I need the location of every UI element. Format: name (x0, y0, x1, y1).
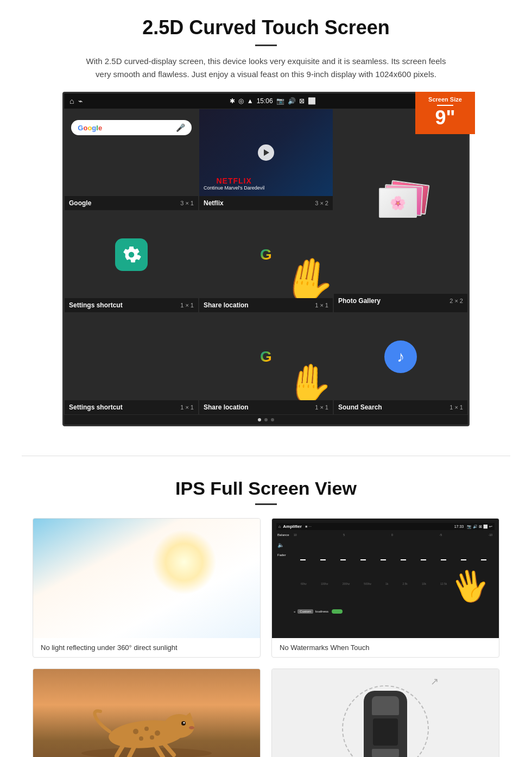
feature-item-car: ↗ Large Viewing Angle (271, 668, 499, 757)
empty-inner-2: G 🤚 (199, 313, 333, 400)
badge-divider (437, 105, 453, 106)
amp-main-content: Balance 🔈 Fader 1050-5-10 (276, 531, 495, 615)
google-cell-inner: Google 🎤 (65, 109, 198, 196)
gallery-app-size: 2 × 2 (449, 298, 463, 304)
section1-description: With 2.5D curved-display screen, this de… (81, 55, 451, 81)
sound-label-bar: Sound Search 1 × 1 (334, 400, 467, 414)
amplifier-visual: ⌂ Amplifier ■ ··· 17:33 📷 🔊 ⊠ ⬜ ↩ Balanc… (272, 519, 499, 638)
netflix-subtitle: Continue Marvel's Daredevil (204, 185, 264, 191)
maps-label-bar: Share location 1 × 1 (199, 298, 333, 312)
section2-title-divider (255, 503, 277, 505)
eq-handle-3 (340, 559, 346, 560)
amp-bottom-controls: « Custom loudness (294, 609, 492, 614)
second-app-row: Settings shortcut 1 × 1 G 🤚 Share locati… (64, 313, 468, 415)
amp-dots: ■ ··· (305, 525, 312, 528)
settings-label-bar: Settings shortcut 1 × 1 (65, 298, 198, 312)
screen-size-badge: Screen Size 9" (415, 92, 475, 134)
svg-point-6 (139, 736, 143, 741)
sun-glow (151, 529, 217, 595)
feature-image-sky (33, 519, 260, 638)
amp-toggle[interactable] (332, 609, 343, 614)
empty-inner-1 (65, 313, 198, 400)
google-app-name: Google (69, 199, 91, 207)
amp-fader-label: Fader (277, 553, 290, 557)
maps-g-letter: G (260, 246, 272, 263)
eq-handle-6 (401, 559, 406, 560)
maps-letter: G (260, 348, 272, 365)
cheetah-svg (71, 696, 223, 757)
dot-1 (258, 418, 261, 421)
sound-app-name: Sound Search (338, 403, 382, 411)
svg-point-5 (155, 730, 160, 736)
car-circle: ↗ (342, 685, 429, 757)
google-logo: Google (78, 124, 102, 132)
amp-custom-btn[interactable]: Custom (297, 609, 313, 614)
car-top-view (364, 691, 407, 757)
dot-3 (271, 418, 274, 421)
netflix-play-button[interactable] (258, 144, 274, 161)
feature-item-sky: No light reflecting under 360° direct su… (33, 518, 261, 658)
amp-title: Amplifier (283, 524, 302, 529)
eq-handle-7 (421, 559, 426, 560)
app-cell-gallery[interactable]: 🌸 Photo Gallery 2 × 2 (333, 109, 468, 313)
home-icon: ⌂ (69, 97, 74, 105)
sound-cell-inner: ♪ (334, 313, 467, 400)
app-cell-settings[interactable]: Settings shortcut 1 × 1 (64, 211, 199, 313)
maps-app-name: Share location (204, 301, 249, 309)
pointing-hand-icon: 🤚 (277, 251, 333, 298)
google-label-bar: Google 3 × 1 (65, 196, 198, 210)
netflix-app-size: 3 × 2 (315, 200, 328, 206)
empty-label-1: Settings shortcut 1 × 1 (65, 400, 198, 414)
photo-stack: 🌸 (379, 180, 422, 223)
arrow-indicator: ↗ (430, 676, 439, 687)
feature-image-cheetah (33, 669, 260, 757)
gallery-cell-inner: 🌸 (334, 109, 467, 294)
photo-card-3: 🌸 (379, 188, 417, 218)
amp-icons: 📷 🔊 ⊠ ⬜ ↩ (467, 525, 492, 529)
wifi-icon: ▲ (247, 97, 254, 105)
device-frame: ⌂ ⌁ ✱ ◎ ▲ 15:06 📷 🔊 ⊠ ⬜ (62, 92, 470, 426)
maps-app-size: 1 × 1 (315, 302, 328, 308)
badge-title: Screen Size (419, 96, 472, 103)
netflix-info: NETFLIX Continue Marvel's Daredevil (204, 176, 264, 191)
app-cell-maps[interactable]: G 🤚 Share location 1 × 1 (199, 211, 333, 313)
music-note-icon: ♪ (397, 348, 404, 365)
section2-title: IPS Full Screen View (33, 478, 499, 499)
svg-point-10 (183, 722, 185, 724)
empty-cell-1: Settings shortcut 1 × 1 (64, 313, 199, 415)
eq-handle-4 (360, 559, 366, 560)
amp-loudness-label: loudness (315, 610, 328, 613)
car-rear (372, 749, 399, 757)
google-search-bar[interactable]: Google 🎤 (71, 120, 191, 135)
feature-image-car: ↗ (272, 669, 499, 757)
gallery-label-bar: Photo Gallery 2 × 2 (334, 294, 467, 308)
svg-point-3 (133, 729, 138, 734)
netflix-cell-inner: NETFLIX Continue Marvel's Daredevil (199, 109, 333, 196)
feature-grid: No light reflecting under 360° direct su… (33, 518, 499, 757)
svg-point-11 (189, 726, 194, 729)
car-visual: ↗ (272, 669, 499, 757)
google-app-size: 3 × 1 (180, 200, 194, 206)
amp-eq-area: 1050-5-10 (292, 531, 495, 615)
battery-icon: ⊠ (299, 97, 305, 105)
app-cell-netflix[interactable]: NETFLIX Continue Marvel's Daredevil Netf… (199, 109, 333, 211)
settings-cell-inner (65, 211, 198, 298)
netflix-app-name: Netflix (204, 199, 224, 207)
camera-icon: 📷 (276, 97, 284, 105)
app-cell-google[interactable]: Google 🎤 Google 3 × 1 (64, 109, 199, 211)
settings-app-name: Settings shortcut (69, 301, 123, 309)
amp-time: 17:33 (454, 525, 464, 528)
mic-icon: 🎤 (176, 123, 185, 132)
maps2-label: Share location 1 × 1 (199, 400, 333, 414)
app-cell-sound[interactable]: ♪ Sound Search 1 × 1 (333, 313, 468, 415)
feature-item-cheetah: Super Fast Response (33, 668, 261, 757)
dot-2 (264, 418, 268, 421)
amp-scale: 1050-5-10 (294, 533, 492, 537)
eq-handle-9 (461, 559, 466, 560)
feature-caption-amplifier: No Watermarks When Touch (272, 638, 499, 657)
window-icon: ⬜ (308, 97, 316, 105)
section-divider (22, 456, 510, 456)
status-bar-center: ✱ ◎ ▲ 15:06 📷 🔊 ⊠ ⬜ (83, 97, 463, 105)
netflix-label-bar: Netflix 3 × 2 (199, 196, 333, 210)
amp-side-labels: Balance 🔈 Fader (276, 531, 292, 615)
